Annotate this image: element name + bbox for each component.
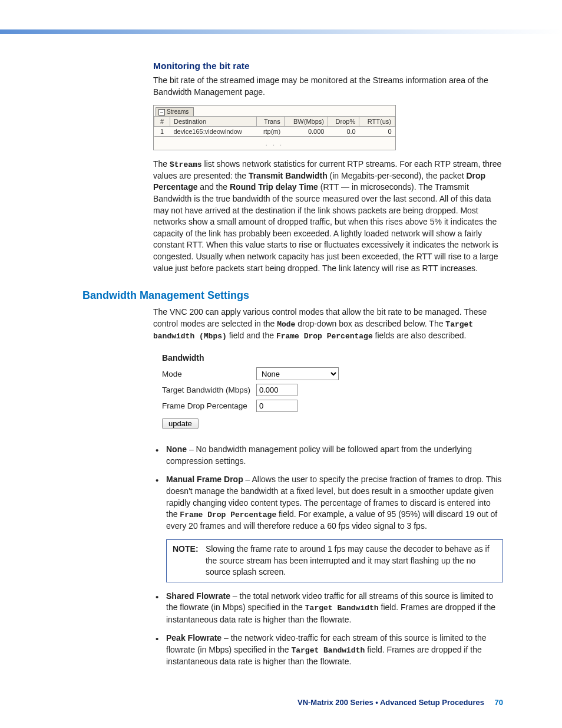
bullet-manual-frame-drop: Manual Frame Drop – Allows the user to s… [153,474,503,532]
cell-dest: device165:videowindow [170,127,257,137]
t: (in Megabits-per-second), the packet [328,171,467,180]
bullet-shared-flowrate: Shared Flowrate – the total network vide… [153,591,503,625]
code-fdp2: Frame Drop Percentage [180,510,276,519]
t: (RTT — in microseconds). The Tramsmit Ba… [153,182,498,272]
streams-description: The Streams list shows network statistic… [153,159,503,275]
streams-table: # Destination Trans BW(Mbps) Drop% RTT(u… [154,116,395,150]
streams-panel: –Streams # Destination Trans BW(Mbps) Dr… [153,105,396,150]
col-drop: Drop% [328,117,359,127]
cell-trans: rtp(m) [256,127,284,137]
col-trans: Trans [256,117,284,127]
bullet-none: None – No bandwidth management policy wi… [153,444,503,467]
mode-label: Mode [162,370,256,378]
monitoring-intro: The bit rate of the streamed image may b… [153,75,503,98]
heading-bandwidth-mgmt-settings: Bandwidth Management Settings [82,289,503,302]
frame-drop-label: Frame Drop Percentage [162,401,256,410]
code-tbw3: Target Bandwidth [291,646,365,655]
cell-drop: 0.0 [328,127,359,137]
t: – No bandwidth management policy will be… [166,444,472,466]
streams-tab-label: Streams [167,108,189,115]
bold-rtt: Round Trip delay Time [230,182,318,192]
mfd-label: Manual Frame Drop [166,475,243,484]
col-dest: Destination [170,117,257,127]
mode-select[interactable]: None [256,367,339,380]
cell-bw: 0.000 [284,127,328,137]
streams-tab[interactable]: –Streams [156,107,194,116]
bw-settings-intro: The VNC 200 can apply various control mo… [153,307,503,342]
page-number: 70 [495,698,503,707]
bullet-peak-flowrate: Peak Flowrate – the network video-traffi… [153,633,503,667]
cell-rtt: 0 [359,127,395,137]
t: and the [197,182,230,192]
target-bw-label: Target Bandwidth (Mbps) [162,386,256,394]
page-top-gradient [0,29,562,34]
col-rtt: RTT(us) [359,117,395,127]
t: drop-down box as described below. The [295,319,445,328]
collapse-icon[interactable]: – [158,109,165,116]
code-streams: Streams [170,160,202,169]
heading-monitoring-bit-rate: Monitoring the bit rate [153,61,503,71]
table-header-row: # Destination Trans BW(Mbps) Drop% RTT(u… [154,117,395,127]
table-pad: . . . [154,137,395,150]
t: field and the [227,331,276,340]
none-label: None [166,444,187,454]
note-box: NOTE: Slowing the frame rate to around 1… [166,539,503,582]
frame-drop-input[interactable] [256,400,297,412]
table-row: 1 device165:videowindow rtp(m) 0.000 0.0… [154,127,395,137]
col-bw: BW(Mbps) [284,117,328,127]
pf-label: Peak Flowrate [166,633,222,643]
code-mode: Mode [277,320,295,329]
note-body: Slowing the frame rate to around 1 fps m… [206,543,494,578]
page-footer: VN-Matrix 200 Series • Advanced Setup Pr… [0,692,562,724]
cell-num: 1 [154,127,170,137]
bandwidth-form: Bandwidth Mode None Target Bandwidth (Mb… [153,349,356,434]
footer-text: VN-Matrix 200 Series • Advanced Setup Pr… [297,698,484,707]
bold-transmit-bandwidth: Transmit Bandwidth [249,171,328,180]
code-tbw2: Target Bandwidth [305,604,379,612]
bandwidth-form-title: Bandwidth [162,353,351,363]
t: The [153,159,170,169]
t: fields are also described. [373,331,467,340]
note-label: NOTE: [173,543,203,555]
update-button[interactable]: update [162,418,199,429]
target-bw-input[interactable] [256,384,297,396]
sf-label: Shared Flowrate [166,591,230,601]
code-fdp: Frame Drop Percentage [276,332,373,341]
col-num: # [154,117,170,127]
